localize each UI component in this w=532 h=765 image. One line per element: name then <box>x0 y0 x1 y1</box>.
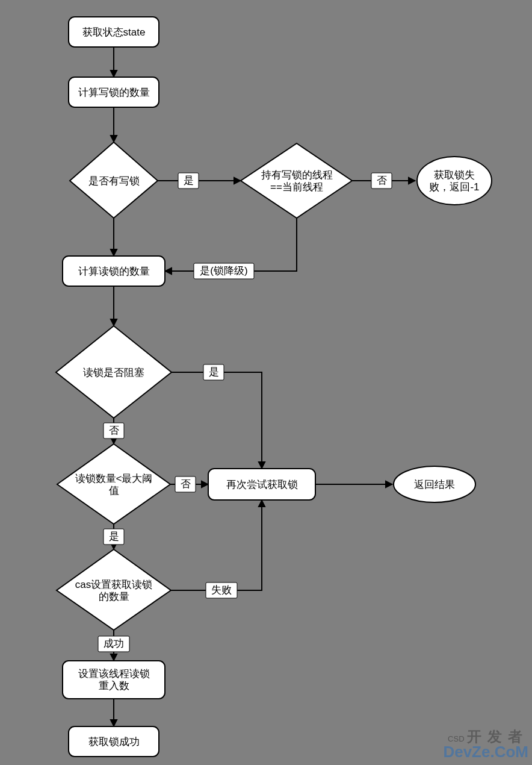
node-label: 重入数 <box>99 680 129 692</box>
node-label: 的数量 <box>99 591 129 602</box>
flowchart-svg: 是 否 是(锁降级) 是 否 否 是 失败 成功 获取状态state 计算写锁的… <box>0 0 532 765</box>
watermark-top: 开发者 <box>467 728 528 745</box>
node-label: ==当前线程 <box>270 181 323 193</box>
node-owner-is-current <box>241 143 352 218</box>
node-label: 再次尝试获取锁 <box>226 479 298 490</box>
edge-n11-n9 <box>171 500 262 590</box>
node-label: 是否有写锁 <box>88 175 140 187</box>
node-label: 获取状态state <box>82 27 146 38</box>
node-label: 值 <box>109 485 119 496</box>
node-label: cas设置获取读锁 <box>75 579 152 590</box>
node-label: 计算读锁的数量 <box>78 266 150 277</box>
node-fail-return-neg1 <box>417 157 492 205</box>
edge-label: 是 <box>109 531 119 542</box>
node-label: 返回结果 <box>414 479 455 490</box>
edge-label: 失败 <box>211 584 232 596</box>
edge-label: 否 <box>109 425 119 436</box>
edge-label: 是(锁降级) <box>200 265 247 276</box>
node-label: 败，返回-1 <box>429 181 479 193</box>
edge-label: 是 <box>184 175 194 186</box>
edge-n7-n9 <box>172 372 262 469</box>
node-label: 设置该线程读锁 <box>78 668 150 679</box>
node-label: 获取锁成功 <box>88 736 140 748</box>
node-label: 读锁数量<最大阈 <box>75 473 153 484</box>
edge-label: 否 <box>377 175 387 186</box>
node-label: 获取锁失 <box>434 169 475 181</box>
watermark-tiny: CSD <box>448 734 464 743</box>
edge-label: 否 <box>181 478 191 490</box>
node-label: 持有写锁的线程 <box>261 169 333 181</box>
watermark-bottom: DevZe.CoM <box>443 743 528 761</box>
edge-label: 是 <box>209 366 219 378</box>
node-label: 读锁是否阻塞 <box>83 367 144 378</box>
watermark: CSD 开发者 DevZe.CoM <box>443 729 528 760</box>
node-label: 计算写锁的数量 <box>78 87 150 98</box>
edge-label: 成功 <box>104 638 124 649</box>
